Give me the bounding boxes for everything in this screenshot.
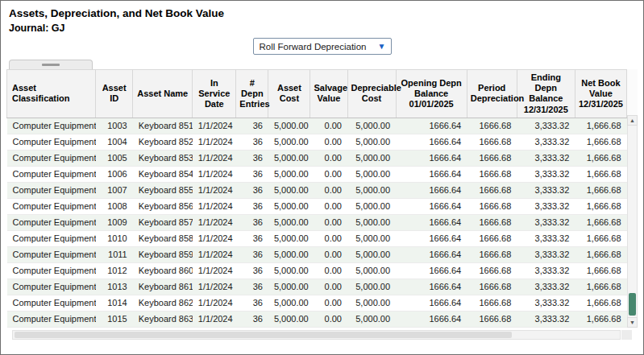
column-header-10[interactable]: Period Depreciation [467,70,517,118]
table-cell: Computer Equipment [7,150,96,166]
vertical-scroll-thumb[interactable] [629,293,636,316]
table-row[interactable]: Computer Equipment1011Keyboard 8591/1/20… [7,246,627,262]
table-cell: 1/1/2024 [193,134,236,150]
table-row[interactable]: Computer Equipment1006Keyboard 8541/1/20… [7,166,627,182]
table-cell: Computer Equipment [7,182,96,198]
table-cell: 1/1/2024 [193,262,236,279]
table-cell: 3,333.32 [517,214,575,230]
table-cell: 36 [236,182,268,198]
table-cell: 36 [236,262,268,279]
column-header-11[interactable]: Ending Depn Balance 12/31/2025 [517,70,575,118]
horizontal-scroll-thumb[interactable] [15,332,512,338]
table-cell: Keyboard 861 [133,279,193,295]
table-cell: 1666.68 [467,198,517,214]
table-cell: Keyboard 851 [133,118,193,134]
table-cell: 1666.68 [467,150,517,166]
table-cell: 5,000.00 [268,198,310,214]
table-row[interactable]: Computer Equipment1014Keyboard 8621/1/20… [7,295,627,311]
table-row[interactable]: Computer Equipment1003Keyboard 8511/1/20… [7,118,627,134]
table-cell: Keyboard 863 [133,311,193,327]
table-cell: 1666.68 [467,214,517,230]
table-cell: 1666.64 [396,166,467,182]
table-row[interactable]: Computer Equipment1007Keyboard 8551/1/20… [7,182,627,198]
table-cell: 1666.68 [467,118,517,134]
panel-collapse-handle[interactable] [9,60,93,69]
table-cell: 1666.68 [467,166,517,182]
scroll-up-icon[interactable]: ▲ [627,115,638,126]
table-cell: 1666.68 [467,311,517,327]
vertical-scrollbar[interactable]: ▲ ▼ [627,69,638,328]
table-row[interactable]: Computer Equipment1012Keyboard 8601/1/20… [7,262,627,279]
table-cell: 3,333.32 [517,182,575,198]
table-cell: 1014 [96,295,133,311]
column-header-1[interactable]: Asset Classification [7,70,96,118]
table-cell: 1666.68 [467,279,517,295]
column-header-2[interactable]: Asset ID [96,70,133,118]
table-cell: Computer Equipment [7,246,96,262]
table-row[interactable]: Computer Equipment1009Keyboard 8571/1/20… [7,214,627,230]
table-cell: Keyboard 856 [133,198,193,214]
table-cell: 1666.64 [396,150,467,166]
assets-table: Asset ClassificationAsset IDAsset NameIn… [6,69,627,328]
table-cell: Keyboard 854 [133,166,193,182]
table-cell: 5,000.00 [347,134,396,150]
table-cell: 1666.64 [396,246,467,262]
table-cell: 5,000.00 [347,214,396,230]
table-cell: 36 [236,311,268,327]
table-cell: 1,666.68 [575,134,626,150]
table-cell: 5,000.00 [268,182,310,198]
table-cell: 1,666.68 [575,311,626,327]
table-cell: Keyboard 859 [133,246,193,262]
table-cell: Keyboard 860 [133,262,193,279]
scroll-down-icon[interactable]: ▼ [627,317,638,328]
table-cell: 0.00 [310,214,347,230]
table-cell: 3,333.32 [517,198,575,214]
table-cell: 36 [236,150,268,166]
table-cell: 1006 [96,166,133,182]
column-header-8[interactable]: Depreciable Cost [347,70,396,118]
table-row[interactable]: Computer Equipment1013Keyboard 8611/1/20… [7,279,627,295]
table-cell: 0.00 [310,134,347,150]
column-header-7[interactable]: Salvage Value [310,70,347,118]
table-cell: Keyboard 857 [133,214,193,230]
table-row[interactable]: Computer Equipment1004Keyboard 8521/1/20… [7,134,627,150]
table-cell: Keyboard 852 [133,134,193,150]
table-cell: 5,000.00 [347,295,396,311]
table-cell: 36 [236,230,268,246]
report-window: Assets, Depreciation, and Net Book Value… [0,0,644,355]
column-header-5[interactable]: # Depn Entries [236,70,268,118]
table-cell: 1666.68 [467,295,517,311]
table-cell: 1012 [96,262,133,279]
table-cell: 5,000.00 [268,230,310,246]
table-cell: 0.00 [310,279,347,295]
table-cell: 5,000.00 [268,134,310,150]
table-cell: 0.00 [310,118,347,134]
table-cell: 1,666.68 [575,150,626,166]
column-header-3[interactable]: Asset Name [133,70,193,118]
table-cell: 3,333.32 [517,262,575,279]
table-cell: 1666.64 [396,262,467,279]
table-cell: 3,333.32 [517,230,575,246]
table-row[interactable]: Computer Equipment1008Keyboard 8561/1/20… [7,198,627,214]
column-header-12[interactable]: Net Book Value 12/31/2025 [575,70,626,118]
report-type-dropdown[interactable]: Roll Forward Depreciation ▼ [253,38,392,55]
horizontal-scrollbar[interactable] [12,330,621,340]
table-cell: 1010 [96,230,133,246]
column-header-6[interactable]: Asset Cost [268,70,310,118]
table-row[interactable]: Computer Equipment1010Keyboard 8581/1/20… [7,230,627,246]
table-cell: 0.00 [310,295,347,311]
table-cell: 0.00 [310,182,347,198]
table-cell: 3,333.32 [517,246,575,262]
report-header: Assets, Depreciation, and Net Book Value… [1,1,643,34]
table-cell: 36 [236,118,268,134]
column-header-9[interactable]: Opening Depn Balance 01/01/2025 [396,70,467,118]
table-cell: 1013 [96,279,133,295]
table-row[interactable]: Computer Equipment1005Keyboard 8531/1/20… [7,150,627,166]
column-header-4[interactable]: In Service Date [193,70,236,118]
vertical-scroll-track[interactable] [627,126,638,317]
table-cell: 1666.64 [396,182,467,198]
table-cell: 0.00 [310,150,347,166]
table-cell: Keyboard 853 [133,150,193,166]
table-row[interactable]: Computer Equipment1015Keyboard 8631/1/20… [7,311,627,327]
table-cell: 1666.68 [467,230,517,246]
